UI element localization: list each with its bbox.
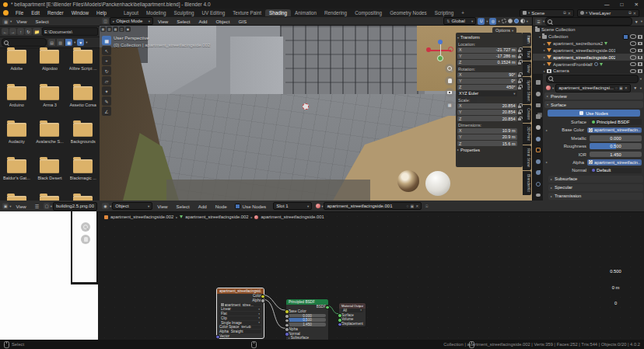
- menu-edit[interactable]: Edit: [27, 10, 44, 16]
- tab-object[interactable]: [533, 145, 543, 156]
- ior-slider[interactable]: 1.450: [289, 323, 326, 326]
- toggle-icon[interactable]: ▦: [100, 26, 106, 32]
- dimensions-y-field[interactable]: Y20.9 m: [457, 134, 517, 140]
- display-list-horizontal-button[interactable]: ▥: [57, 39, 64, 46]
- tab-layout[interactable]: Layout: [120, 9, 142, 16]
- outliner-row-object-selected[interactable]: ▸ apartment_streetfacingside.002: [533, 54, 644, 61]
- menu-window[interactable]: Window: [68, 10, 93, 16]
- location-z-field[interactable]: Z0.1524 m: [457, 60, 517, 65]
- tab-modifiers[interactable]: [533, 156, 543, 168]
- normal-dropdown[interactable]: Default: [590, 168, 642, 174]
- file-browser-menu-select[interactable]: Select: [32, 19, 53, 24]
- dimensions-x-field[interactable]: X10.9 m: [457, 128, 517, 134]
- disable-render-icon[interactable]: [638, 56, 642, 60]
- target-dropdown[interactable]: All▾: [341, 309, 363, 312]
- close-button[interactable]: ✕: [629, 2, 644, 8]
- material-output-node[interactable]: Material Output All▾ Surface Volume Disp…: [338, 302, 366, 327]
- gizmo-x-handle-ring[interactable]: [448, 47, 453, 52]
- mode-dropdown[interactable]: ▸Object Mode▾: [110, 17, 153, 25]
- lock-icon[interactable]: [518, 112, 521, 114]
- viewport-menu-add[interactable]: Add: [195, 19, 212, 24]
- unlink-scene-icon[interactable]: ✕: [568, 11, 571, 16]
- folder-item[interactable]: Black Desert: [33, 159, 67, 196]
- tab-modeling[interactable]: Modeling: [142, 9, 170, 16]
- nav-refresh-button[interactable]: ↻: [25, 28, 32, 35]
- alpha-socket[interactable]: [285, 327, 289, 332]
- folder-item[interactable]: Baldur's Gat...: [0, 159, 33, 196]
- location-y-field[interactable]: Y-17.286 m: [457, 54, 517, 59]
- pin-icon[interactable]: ☉: [425, 204, 428, 208]
- dimensions-z-field[interactable]: Z15.6 m: [457, 141, 517, 146]
- source-dropdown[interactable]: Single Image▾: [219, 321, 261, 325]
- sidebar-tab-sprite-sheet[interactable]: Sprite Sheet: [523, 77, 531, 105]
- unlink-material-icon[interactable]: ✕: [625, 86, 628, 90]
- lock-icon[interactable]: [518, 56, 521, 58]
- base-color-socket[interactable]: [285, 309, 289, 314]
- gizmo-z-handle[interactable]: [438, 40, 443, 44]
- viewport-menu-object[interactable]: Object: [212, 19, 234, 24]
- tab-particles[interactable]: [533, 167, 543, 179]
- bsdf-socket[interactable]: [325, 305, 330, 310]
- display-list-vertical-button[interactable]: ▤: [48, 39, 55, 46]
- copy-material-icon[interactable]: ▣: [619, 86, 623, 90]
- fake-user-icon[interactable]: ○: [407, 204, 409, 208]
- roughness-socket[interactable]: [285, 319, 289, 323]
- expand-icon[interactable]: ▸: [546, 128, 548, 132]
- volume-socket[interactable]: [338, 318, 342, 323]
- rotation-x-field[interactable]: X90°: [457, 72, 517, 78]
- unlink-material-icon[interactable]: ✕: [415, 204, 418, 208]
- rotation-y-field[interactable]: Y0°: [457, 79, 517, 84]
- shading-material-preview-button[interactable]: [514, 19, 519, 23]
- viewport-editor-type-icon[interactable]: ◫: [102, 18, 109, 24]
- remove-view-layer-icon[interactable]: ✕: [633, 11, 636, 16]
- proportional-editing-toggle[interactable]: ◎: [489, 18, 496, 25]
- tab-physics[interactable]: [533, 179, 543, 190]
- tab-output[interactable]: [533, 99, 543, 111]
- minimize-button[interactable]: —: [599, 2, 615, 7]
- maximize-button[interactable]: □: [615, 2, 629, 7]
- image-icon[interactable]: ▢: [44, 203, 49, 209]
- folder-item[interactable]: Adobe: [0, 50, 33, 86]
- expand-icon[interactable]: ▸: [544, 48, 545, 52]
- display-thumbnails-button[interactable]: ▦: [65, 39, 72, 46]
- folder-item[interactable]: Algodoo: [33, 50, 67, 86]
- add-workspace-button[interactable]: +: [457, 9, 468, 16]
- rotation-z-field[interactable]: Z450°: [457, 85, 517, 90]
- tab-render[interactable]: [533, 89, 543, 100]
- tool-measure[interactable]: ∠: [102, 106, 111, 116]
- sidebar-tab-view[interactable]: View: [523, 61, 531, 76]
- gizmo-x-handle[interactable]: [426, 47, 431, 52]
- location-x-field[interactable]: X-21.727 m: [457, 47, 517, 53]
- hide-viewport-icon[interactable]: [630, 34, 636, 39]
- outliner-filter-button[interactable]: ▼: [633, 18, 640, 25]
- metallic-slider[interactable]: 0.000: [590, 135, 642, 141]
- folder-item[interactable]: Assetto Corsa: [66, 86, 100, 123]
- folder-item[interactable]: Audacity: [0, 123, 33, 159]
- lock-icon[interactable]: [518, 118, 521, 120]
- outliner-row-object[interactable]: ▸ apartment_streetfacingside.001: [533, 47, 644, 54]
- tab-constraints[interactable]: [533, 190, 543, 201]
- lock-icon[interactable]: [518, 87, 521, 89]
- shading-solid-button[interactable]: [508, 19, 513, 23]
- outliner-editor-type-icon[interactable]: ☰: [535, 19, 542, 25]
- lock-icon[interactable]: [518, 75, 521, 77]
- disable-render-icon[interactable]: [638, 49, 642, 53]
- shader-menu-add[interactable]: Add: [194, 204, 211, 209]
- toggle-icon[interactable]: ◫: [119, 26, 124, 32]
- scene-sphere-white[interactable]: [425, 171, 450, 196]
- lock-icon[interactable]: [518, 81, 521, 83]
- filter-toggle-button[interactable]: ▼: [77, 39, 84, 46]
- tab-texture-paint[interactable]: Texture Paint: [229, 9, 265, 16]
- nav-back-button[interactable]: ←: [2, 28, 9, 35]
- metallic-slider[interactable]: 0.000: [289, 314, 326, 318]
- transmission-section-header[interactable]: ▸Transmission: [548, 193, 643, 200]
- expand-icon[interactable]: ▸: [544, 55, 545, 59]
- new-folder-button[interactable]: 📁: [33, 28, 41, 35]
- new-scene-icon[interactable]: ⧉: [563, 10, 566, 16]
- color-socket[interactable]: [261, 295, 265, 299]
- tool-cursor[interactable]: ↖: [102, 46, 111, 55]
- folder-item[interactable]: Arma 3: [33, 86, 67, 123]
- tab-scene[interactable]: [533, 122, 543, 134]
- expand-icon[interactable]: ▸: [544, 69, 545, 73]
- shader-editor-type-icon[interactable]: ◉: [102, 203, 109, 209]
